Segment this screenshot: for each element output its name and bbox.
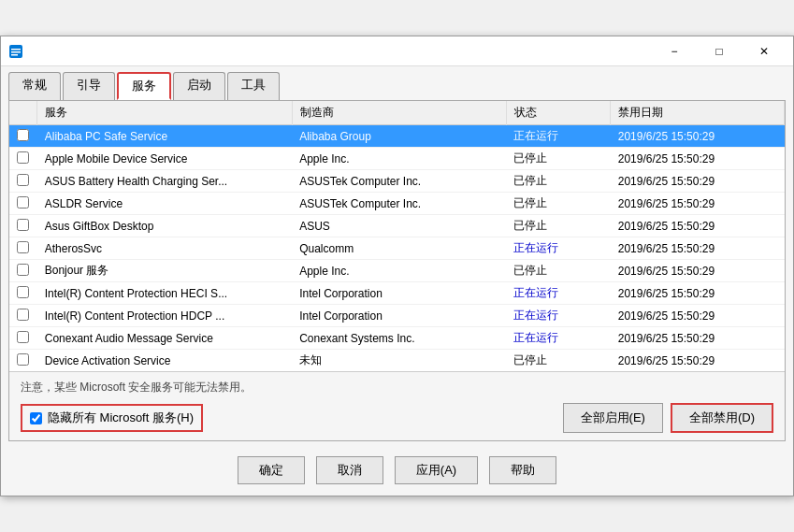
hide-microsoft-label[interactable]: 隐藏所有 Microsoft 服务(H) <box>21 404 203 432</box>
service-vendor: 未知 <box>292 350 506 372</box>
apply-button[interactable]: 应用(A) <box>395 456 478 484</box>
cancel-button[interactable]: 取消 <box>316 456 383 484</box>
service-status: 正在运行 <box>506 327 610 350</box>
service-name: Conexant Audio Message Service <box>37 327 292 350</box>
service-name: Intel(R) Content Protection HDCP ... <box>37 305 292 327</box>
service-checkbox[interactable] <box>17 174 29 186</box>
table-row[interactable]: Intel(R) Content Protection HDCP ...Inte… <box>9 305 785 327</box>
bottom-controls: 隐藏所有 Microsoft 服务(H) 全部启用(E) 全部禁用(D) <box>21 403 773 433</box>
table-row[interactable]: ASLDR ServiceASUSTek Computer Inc.已停止201… <box>9 193 785 215</box>
service-name: Apple Mobile Device Service <box>37 148 292 170</box>
service-name: Asus GiftBox Desktop <box>37 215 292 237</box>
service-status: 已停止 <box>506 170 610 193</box>
notice-text: 注意，某些 Microsoft 安全服务可能无法禁用。 <box>21 380 773 395</box>
service-checkbox[interactable] <box>17 353 29 366</box>
title-bar-left <box>8 44 23 59</box>
col-date-header: 禁用日期 <box>611 101 785 125</box>
service-status: 已停止 <box>506 350 610 372</box>
service-vendor: Qualcomm <box>292 237 506 260</box>
service-vendor: Conexant Systems Inc. <box>292 327 506 350</box>
service-name: ASUS Battery Health Charging Ser... <box>37 170 292 193</box>
service-vendor: Alibaba Group <box>292 125 506 148</box>
service-vendor: Intel Corporation <box>292 282 506 305</box>
enable-all-button[interactable]: 全部启用(E) <box>563 403 663 433</box>
title-bar: − □ ✕ <box>1 36 793 66</box>
service-checkbox[interactable] <box>17 196 29 208</box>
service-status: 已停止 <box>506 260 610 282</box>
maximize-button[interactable]: □ <box>698 39 741 64</box>
tab-general[interactable]: 常规 <box>8 72 61 100</box>
table-row[interactable]: Device Activation Service未知已停止2019/6/25 … <box>9 350 785 372</box>
service-status: 正在运行 <box>506 237 610 260</box>
service-checkbox[interactable] <box>17 309 29 321</box>
service-date: 2019/6/25 15:50:29 <box>611 350 785 372</box>
tab-startup[interactable]: 启动 <box>173 72 225 100</box>
service-name: Alibaba PC Safe Service <box>37 125 292 148</box>
service-checkbox[interactable] <box>17 219 29 231</box>
service-date: 2019/6/25 15:50:29 <box>611 148 785 170</box>
service-name: Device Activation Service <box>37 350 292 372</box>
service-date: 2019/6/25 15:50:29 <box>611 237 785 260</box>
service-status: 已停止 <box>506 215 610 237</box>
table-row[interactable]: Conexant Audio Message ServiceConexant S… <box>9 327 785 350</box>
service-date: 2019/6/25 15:50:29 <box>611 125 785 148</box>
main-window: − □ ✕ 常规 引导 服务 启动 工具 服务 制造商 状态 禁用日期 <box>0 36 794 496</box>
service-date: 2019/6/25 15:50:29 <box>611 215 785 237</box>
service-date: 2019/6/25 15:50:29 <box>611 305 785 327</box>
hide-microsoft-text: 隐藏所有 Microsoft 服务(H) <box>48 410 194 426</box>
services-table: 服务 制造商 状态 禁用日期 Alibaba PC Safe ServiceAl… <box>9 101 785 372</box>
tab-boot[interactable]: 引导 <box>63 72 115 100</box>
app-icon <box>8 44 23 59</box>
enable-disable-group: 全部启用(E) 全部禁用(D) <box>563 403 773 433</box>
tab-services[interactable]: 服务 <box>117 72 171 100</box>
footer-buttons: 确定 取消 应用(A) 帮助 <box>1 449 793 496</box>
service-date: 2019/6/25 15:50:29 <box>611 282 785 305</box>
table-row[interactable]: Asus GiftBox DesktopASUS已停止2019/6/25 15:… <box>9 215 785 237</box>
service-name: Bonjour 服务 <box>37 260 292 282</box>
service-date: 2019/6/25 15:50:29 <box>611 193 785 215</box>
col-checkbox <box>9 101 37 125</box>
disable-all-button[interactable]: 全部禁用(D) <box>671 403 773 433</box>
service-status: 已停止 <box>506 193 610 215</box>
service-vendor: Apple Inc. <box>292 148 506 170</box>
service-vendor: Apple Inc. <box>292 260 506 282</box>
service-checkbox[interactable] <box>17 331 29 343</box>
service-status: 正在运行 <box>506 282 610 305</box>
title-bar-controls: − □ ✕ <box>653 39 786 64</box>
service-checkbox[interactable] <box>17 151 29 164</box>
tab-tools[interactable]: 工具 <box>227 72 280 100</box>
help-button[interactable]: 帮助 <box>489 456 556 484</box>
table-row[interactable]: Intel(R) Content Protection HECI S...Int… <box>9 282 785 305</box>
table-row[interactable]: AtherosSvcQualcomm正在运行2019/6/25 15:50:29 <box>9 237 785 260</box>
col-status-header: 状态 <box>506 101 610 125</box>
service-checkbox[interactable] <box>17 241 29 253</box>
ok-button[interactable]: 确定 <box>238 456 305 484</box>
service-checkbox[interactable] <box>17 264 29 276</box>
close-button[interactable]: ✕ <box>743 39 786 64</box>
service-date: 2019/6/25 15:50:29 <box>611 170 785 193</box>
service-status: 正在运行 <box>506 305 610 327</box>
service-name: ASLDR Service <box>37 193 292 215</box>
minimize-button[interactable]: − <box>653 39 696 64</box>
col-service-header: 服务 <box>37 101 292 125</box>
service-name: Intel(R) Content Protection HECI S... <box>37 282 292 305</box>
table-row[interactable]: Bonjour 服务Apple Inc.已停止2019/6/25 15:50:2… <box>9 260 785 282</box>
service-vendor: ASUS <box>292 215 506 237</box>
svg-rect-2 <box>11 51 21 53</box>
service-vendor: Intel Corporation <box>292 305 506 327</box>
hide-microsoft-checkbox[interactable] <box>30 412 42 424</box>
service-status: 正在运行 <box>506 125 610 148</box>
service-name: AtherosSvc <box>37 237 292 260</box>
table-row[interactable]: ASUS Battery Health Charging Ser...ASUST… <box>9 170 785 193</box>
table-row[interactable]: Apple Mobile Device ServiceApple Inc.已停止… <box>9 148 785 170</box>
bottom-section: 注意，某些 Microsoft 安全服务可能无法禁用。 隐藏所有 Microso… <box>9 372 785 440</box>
tab-bar: 常规 引导 服务 启动 工具 <box>1 66 793 100</box>
col-vendor-header: 制造商 <box>292 101 506 125</box>
svg-rect-3 <box>11 54 18 56</box>
services-table-container[interactable]: 服务 制造商 状态 禁用日期 Alibaba PC Safe ServiceAl… <box>9 101 785 372</box>
service-checkbox[interactable] <box>17 129 29 141</box>
table-row[interactable]: Alibaba PC Safe ServiceAlibaba Group正在运行… <box>9 125 785 148</box>
service-checkbox[interactable] <box>17 286 29 298</box>
service-date: 2019/6/25 15:50:29 <box>611 327 785 350</box>
service-vendor: ASUSTek Computer Inc. <box>292 193 506 215</box>
